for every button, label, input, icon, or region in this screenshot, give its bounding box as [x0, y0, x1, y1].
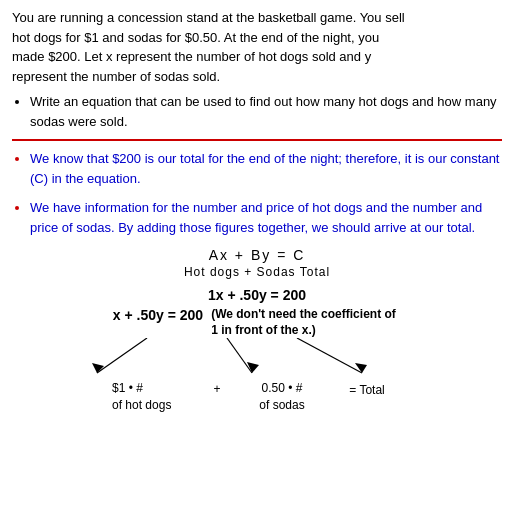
intro-text: You are running a concession stand at th…: [12, 8, 502, 86]
equation-2x: x + .50y = 200: [113, 307, 203, 323]
svg-marker-5: [355, 363, 367, 373]
ax-by-labels: Hot dogs + Sodas Total: [67, 265, 447, 279]
ax-by-equation: Ax + By = C Hot dogs + Sodas Total: [67, 247, 447, 279]
intro-bullet-list: Write an equation that can be used to fi…: [30, 92, 502, 131]
label-hotdogs: $1 • #of hot dogs: [112, 380, 202, 414]
equation-1x: 1x + .50y = 200: [67, 287, 447, 303]
label-sodas: 0.50 • #of sodas: [232, 380, 332, 414]
label-total: = Total: [332, 380, 402, 399]
ax-by-formula: Ax + By = C: [67, 247, 447, 263]
arrow-diagram: [67, 338, 447, 378]
intro-paragraph: You are running a concession stand at th…: [12, 8, 502, 131]
svg-line-0: [97, 338, 147, 373]
label-plus: +: [202, 380, 232, 396]
svg-line-4: [297, 338, 362, 373]
equation-display-area: Ax + By = C Hot dogs + Sodas Total 1x + …: [67, 247, 447, 414]
svg-marker-1: [92, 363, 104, 373]
answer-bullet-2: We have information for the number and p…: [30, 198, 502, 237]
red-divider: [12, 139, 502, 141]
answer-bullet-list: We know that $200 is our total for the e…: [30, 149, 502, 237]
equation-2-row: x + .50y = 200 (We don't need the coeffi…: [67, 307, 447, 338]
svg-line-2: [227, 338, 252, 373]
no-coeff-note: (We don't need the coefficient of 1 in f…: [211, 307, 401, 338]
bottom-labels-row: $1 • #of hot dogs + 0.50 • #of sodas = T…: [67, 380, 447, 414]
intro-bullet-item: Write an equation that can be used to fi…: [30, 92, 502, 131]
answer-section: We know that $200 is our total for the e…: [12, 149, 502, 414]
answer-bullet-1: We know that $200 is our total for the e…: [30, 149, 502, 188]
